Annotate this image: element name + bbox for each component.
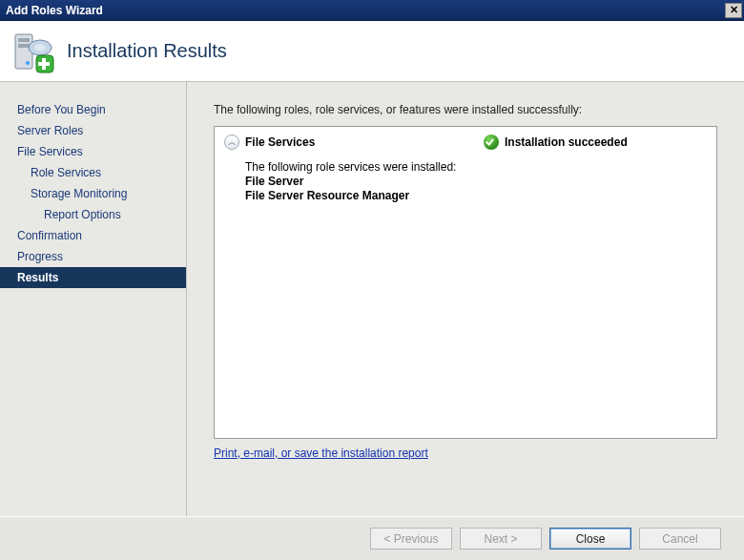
svg-rect-2 xyxy=(18,44,30,48)
sidebar-item-server-roles[interactable]: Server Roles xyxy=(0,120,186,141)
result-header-row: ︿ File Services Installation succeeded xyxy=(224,133,707,156)
sidebar-item-storage-monitoring[interactable]: Storage Monitoring xyxy=(0,183,186,204)
previous-button: < Previous xyxy=(370,528,452,550)
svg-point-5 xyxy=(34,44,46,52)
sidebar-item-file-services[interactable]: File Services xyxy=(0,141,186,162)
sidebar-item-label: Server Roles xyxy=(17,124,83,137)
page-title: Installation Results xyxy=(67,40,227,62)
cancel-button: Cancel xyxy=(639,528,721,550)
intro-text: The following roles, role services, or f… xyxy=(214,103,717,116)
sidebar-item-progress[interactable]: Progress xyxy=(0,246,186,267)
wizard-header: Installation Results xyxy=(0,21,744,82)
sidebar-item-label: Report Options xyxy=(44,208,121,221)
detail-intro: The following role services were install… xyxy=(245,160,707,174)
success-icon xyxy=(484,135,499,150)
sidebar-item-before-you-begin[interactable]: Before You Begin xyxy=(0,99,186,120)
chevron-up-icon: ︿ xyxy=(228,136,237,149)
sidebar-item-label: Role Services xyxy=(31,166,101,179)
status: Installation succeeded xyxy=(484,135,628,150)
wizard-content: The following roles, role services, or f… xyxy=(187,82,744,516)
next-button: Next > xyxy=(460,528,542,550)
sidebar-item-label: Confirmation xyxy=(17,229,82,242)
sidebar-item-confirmation[interactable]: Confirmation xyxy=(0,225,186,246)
wizard-footer: < Previous Next > Close Cancel xyxy=(0,516,744,560)
close-icon: ✕ xyxy=(730,4,738,16)
svg-rect-1 xyxy=(18,38,30,42)
svg-rect-8 xyxy=(38,62,50,66)
sidebar-item-label: Before You Begin xyxy=(17,103,106,116)
sidebar-item-results[interactable]: Results xyxy=(0,267,186,288)
close-button[interactable]: Close xyxy=(549,528,631,550)
wizard-sidebar: Before You Begin Server Roles File Servi… xyxy=(0,82,187,516)
result-detail: The following role services were install… xyxy=(224,156,707,202)
collapse-toggle[interactable]: ︿ xyxy=(224,135,239,150)
role-name: File Services xyxy=(245,135,484,149)
results-panel: ︿ File Services Installation succeeded T… xyxy=(214,126,717,439)
report-link[interactable]: Print, e-mail, or save the installation … xyxy=(214,446,428,460)
detail-item: File Server xyxy=(245,175,707,188)
sidebar-item-report-options[interactable]: Report Options xyxy=(0,204,186,225)
sidebar-item-label: Storage Monitoring xyxy=(31,187,127,200)
window-title: Add Roles Wizard xyxy=(6,4,103,17)
sidebar-item-role-services[interactable]: Role Services xyxy=(0,162,186,183)
sidebar-item-label: File Services xyxy=(17,145,83,158)
sidebar-item-label: Results xyxy=(17,271,58,284)
svg-point-3 xyxy=(26,61,30,65)
wizard-header-icon xyxy=(10,29,55,74)
sidebar-item-label: Progress xyxy=(17,250,63,263)
window-close-button[interactable]: ✕ xyxy=(725,3,742,18)
status-text: Installation succeeded xyxy=(505,135,628,149)
titlebar: Add Roles Wizard ✕ xyxy=(0,0,744,21)
detail-item: File Server Resource Manager xyxy=(245,189,707,202)
